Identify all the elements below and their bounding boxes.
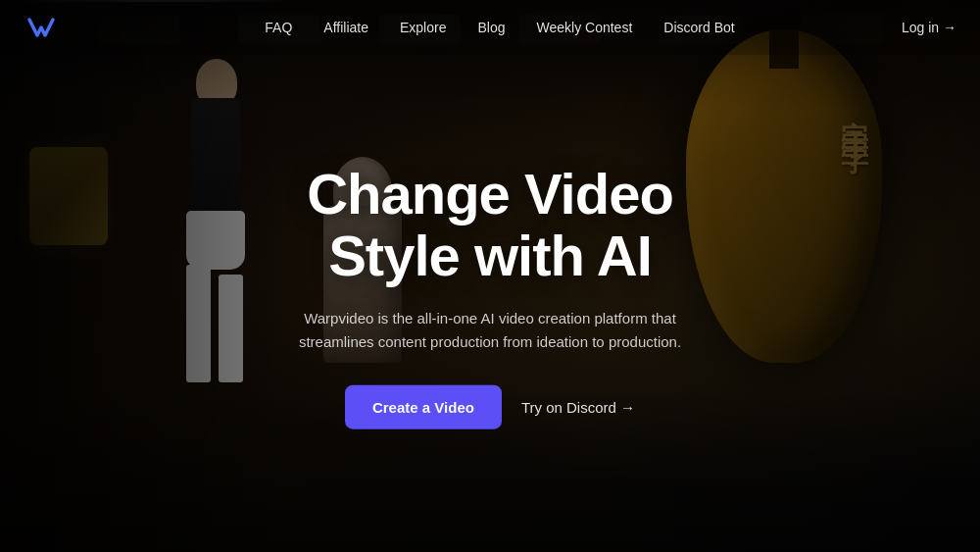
nav-faq[interactable]: FAQ [265,20,292,35]
try-discord-button[interactable]: Try on Discord → [521,385,635,429]
hero-title: Change Video Style with AI [245,162,735,287]
hero-buttons: Create a Video Try on Discord → [245,385,735,429]
nav-blog[interactable]: Blog [477,20,505,35]
nav-links: FAQ Affiliate Explore Blog Weekly Contes… [98,20,902,35]
hero-content: Change Video Style with AI Warpvideo is … [245,162,735,429]
nav-weekly-contest[interactable]: Weekly Contest [537,20,633,35]
nav-affiliate[interactable]: Affiliate [323,20,368,35]
logo[interactable] [24,10,59,45]
nav-discord-bot[interactable]: Discord Bot [663,20,734,35]
create-video-button[interactable]: Create a Video [345,385,502,429]
logo-icon [24,10,59,45]
login-button[interactable]: Log in → [902,20,956,35]
hero-subtitle: Warpvideo is the all-in-one AI video cre… [284,307,696,354]
hero-section: 字字字字 FAQ Affiliate Explore Blog Weekly C… [0,0,980,552]
navbar: FAQ Affiliate Explore Blog Weekly Contes… [0,0,980,55]
nav-explore[interactable]: Explore [400,20,446,35]
